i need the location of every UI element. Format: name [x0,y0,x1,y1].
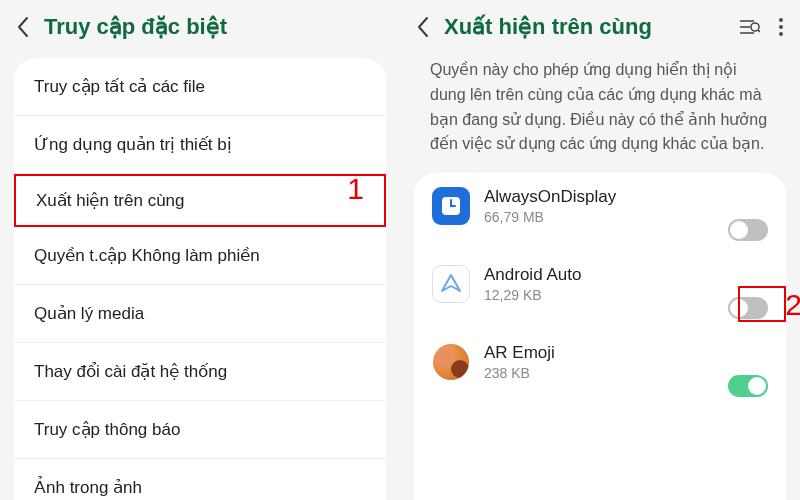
page-title: Truy cập đặc biệt [44,14,227,40]
page-title: Xuất hiện trên cùng [444,14,652,40]
screen-special-access: Truy cập đặc biệt Truy cập tất cả các fi… [0,0,400,500]
list-item-dnd-access[interactable]: Quyền t.cập Không làm phiền [14,227,386,285]
list-item-device-admin[interactable]: Ứng dụng quản trị thiết bị [14,116,386,174]
toggle-alwaysondisplay[interactable] [728,219,768,241]
app-icon-aremoji [432,343,470,381]
app-item-aremoji[interactable]: AR Emoji 238 KB [414,329,786,407]
annotation-2: 2 [785,288,800,322]
app-name: AlwaysOnDisplay [484,187,768,207]
app-icon-androidauto [432,265,470,303]
app-icon-clock [432,187,470,225]
more-icon[interactable] [778,17,784,37]
app-item-alwaysondisplay[interactable]: AlwaysOnDisplay 66,79 MB [414,173,786,251]
list-item-all-files[interactable]: Truy cập tất cả các file [14,58,386,116]
header: Truy cập đặc biệt [0,0,400,58]
app-name: Android Auto [484,265,768,285]
app-list: AlwaysOnDisplay 66,79 MB Android Auto 12… [414,173,786,500]
svg-point-6 [779,25,783,29]
app-name: AR Emoji [484,343,768,363]
svg-line-4 [758,30,760,32]
back-icon[interactable] [16,16,30,38]
annotation-1: 1 [347,172,364,206]
list-item-pip[interactable]: Ảnh trong ảnh [14,459,386,500]
list-item-notification-access[interactable]: Truy cập thông báo [14,401,386,459]
header: Xuất hiện trên cùng [400,0,800,58]
toggle-aremoji[interactable] [728,375,768,397]
screen-appear-on-top: Xuất hiện trên cùng Quyền này [400,0,800,500]
permission-description: Quyền này cho phép ứng dụng hiển thị nội… [400,58,800,173]
settings-list: Truy cập tất cả các file Ứng dụng quản t… [14,58,386,500]
list-item-modify-system[interactable]: Thay đổi cài đặt hệ thống [14,343,386,401]
list-item-media-mgmt[interactable]: Quản lý media [14,285,386,343]
app-size: 12,29 KB [484,287,768,303]
toggle-androidauto[interactable] [728,297,768,319]
svg-point-7 [779,32,783,36]
app-item-androidauto[interactable]: Android Auto 12,29 KB [414,251,786,329]
app-size: 66,79 MB [484,209,768,225]
svg-point-5 [779,18,783,22]
list-item-appear-on-top[interactable]: Xuất hiện trên cùng [14,174,386,227]
svg-point-3 [751,23,759,31]
app-size: 238 KB [484,365,768,381]
back-icon[interactable] [416,16,430,38]
search-filter-icon[interactable] [738,17,760,37]
